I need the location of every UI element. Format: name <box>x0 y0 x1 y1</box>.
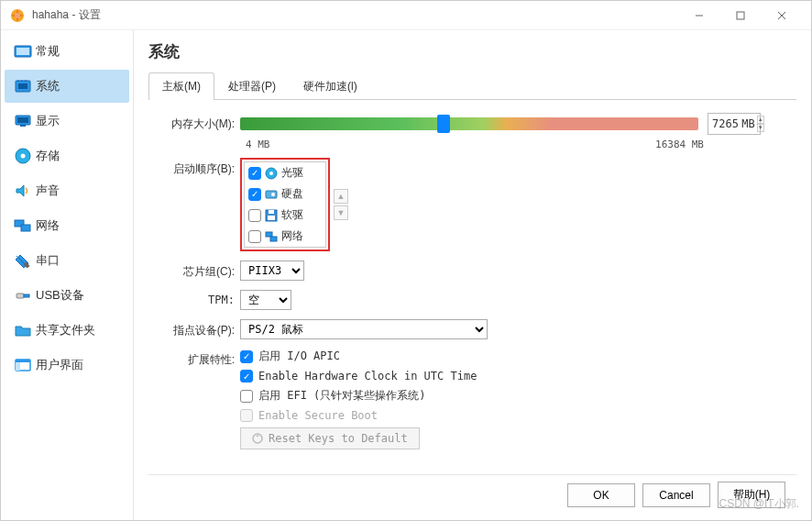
boot-check-hdd[interactable]: ✓ <box>248 188 261 201</box>
chipset-select[interactable]: PIIX3 <box>240 260 304 281</box>
chipset-label: 芯片组(C): <box>154 260 240 280</box>
sidebar-item-label: 系统 <box>36 78 60 94</box>
svg-rect-14 <box>17 117 28 123</box>
sidebar-item-usb[interactable]: USB设备 <box>5 279 129 312</box>
sidebar-item-display[interactable]: 显示 <box>5 105 129 138</box>
svg-rect-32 <box>268 216 275 220</box>
netboot-icon <box>265 230 278 243</box>
sidebar-item-storage[interactable]: 存储 <box>5 139 129 172</box>
display-icon <box>10 114 36 128</box>
svg-rect-19 <box>21 225 30 231</box>
sidebar-item-label: 存储 <box>36 148 60 164</box>
audio-icon <box>10 183 36 198</box>
page-title: 系统 <box>148 41 796 62</box>
memory-spinner[interactable]: ▲▼ <box>757 116 764 132</box>
svg-point-29 <box>271 193 275 196</box>
tab-processor[interactable]: 处理器(P) <box>214 72 290 100</box>
memory-scale-min: 4 MB <box>246 139 270 150</box>
svg-point-27 <box>269 172 273 175</box>
window-title: hahaha - 设置 <box>32 7 678 23</box>
sidebar-item-system[interactable]: 系统 <box>5 70 129 103</box>
ext-ioapic-check[interactable]: ✓ <box>240 350 253 363</box>
svg-rect-34 <box>270 237 277 241</box>
boot-move-down[interactable]: ▼ <box>334 205 348 220</box>
svg-rect-24 <box>16 360 30 362</box>
ext-secureboot-check <box>240 409 253 422</box>
tabs: 主板(M) 处理器(P) 硬件加速(l) <box>148 72 796 100</box>
sidebar-item-label: 网络 <box>36 217 60 234</box>
memory-input[interactable]: 7265 MB ▲▼ <box>708 113 761 135</box>
tpm-select[interactable]: 空 <box>240 290 291 310</box>
serial-icon <box>10 253 36 268</box>
svg-rect-31 <box>269 210 274 214</box>
pointing-select[interactable]: PS/2 鼠标 <box>240 319 488 339</box>
tab-acceleration[interactable]: 硬件加速(l) <box>290 72 371 100</box>
pointing-label: 指点设备(P): <box>154 319 240 338</box>
titlebar: hahaha - 设置 <box>1 1 811 30</box>
sidebar-item-label: 串口 <box>36 252 60 269</box>
boot-item-hdd[interactable]: ✓ 硬盘 <box>245 183 325 205</box>
svg-rect-33 <box>266 232 272 237</box>
ext-efi-label: 启用 EFI (只针对某些操作系统) <box>258 388 426 404</box>
memory-label: 内存大小(M): <box>154 113 240 132</box>
boot-highlight-box: ✓ 光驱 ✓ 硬盘 <box>240 158 330 251</box>
tab-motherboard[interactable]: 主板(M) <box>148 72 214 100</box>
boot-move-up[interactable]: ▲ <box>334 189 348 204</box>
ext-efi-check[interactable] <box>240 390 253 403</box>
boot-item-network[interactable]: 网络 <box>245 226 325 247</box>
boot-check-floppy[interactable] <box>248 209 261 222</box>
sidebar-item-label: 常规 <box>36 43 60 60</box>
optical-icon <box>265 167 278 180</box>
maximize-button[interactable] <box>719 2 761 29</box>
boot-label: 启动顺序(B): <box>154 158 240 177</box>
boot-item-label: 硬盘 <box>281 186 303 202</box>
sidebar-item-audio[interactable]: 声音 <box>5 174 129 207</box>
boot-item-label: 软驱 <box>281 207 303 223</box>
boot-item-label: 光驱 <box>281 165 303 181</box>
svg-rect-15 <box>20 125 26 127</box>
system-icon <box>10 79 36 94</box>
main-panel: 系统 主板(M) 处理器(P) 硬件加速(l) 内存大小(M): 7265 <box>134 30 811 520</box>
memory-slider-thumb[interactable] <box>437 115 450 133</box>
svg-rect-22 <box>24 294 29 297</box>
memory-value: 7265 <box>712 117 739 130</box>
sidebar-item-label: 声音 <box>36 183 60 199</box>
floppy-icon <box>265 209 278 222</box>
ext-utc-label: Enable Hardware Clock in UTC Time <box>258 370 477 382</box>
boot-item-floppy[interactable]: 软驱 <box>245 205 325 226</box>
dialog-footer: OK Cancel 帮助(H) <box>148 474 796 515</box>
ui-icon <box>10 358 36 372</box>
general-icon <box>10 44 36 59</box>
sidebar: 常规 系统 显示 存储 声音 网络 <box>1 30 134 520</box>
ok-button[interactable]: OK <box>567 483 635 507</box>
sidebar-item-network[interactable]: 网络 <box>5 209 129 242</box>
watermark: CSDN @IT小郭. <box>719 496 799 512</box>
sidebar-item-serial[interactable]: 串口 <box>5 244 129 277</box>
hdd-icon <box>265 188 278 201</box>
ext-label: 扩展特性: <box>154 349 240 368</box>
svg-rect-7 <box>16 48 29 55</box>
sidebar-item-general[interactable]: 常规 <box>5 35 129 68</box>
cancel-button[interactable]: Cancel <box>642 483 710 507</box>
ext-ioapic-label: 启用 I/O APIC <box>258 349 340 364</box>
minimize-button[interactable] <box>678 2 719 29</box>
boot-check-optical[interactable]: ✓ <box>248 167 261 180</box>
usb-icon <box>10 288 36 303</box>
ext-utc-check[interactable]: ✓ <box>240 370 253 382</box>
sidebar-item-label: USB设备 <box>36 287 84 304</box>
sidebar-item-ui[interactable]: 用户界面 <box>5 349 129 382</box>
boot-check-network[interactable] <box>248 230 261 243</box>
memory-slider[interactable] <box>240 117 698 130</box>
sidebar-item-label: 显示 <box>36 113 60 129</box>
memory-scale-max: 16384 MB <box>655 139 704 150</box>
close-button[interactable] <box>761 2 802 29</box>
svg-rect-21 <box>16 294 24 298</box>
svg-point-17 <box>21 154 26 159</box>
sidebar-item-shared[interactable]: 共享文件夹 <box>5 314 129 347</box>
memory-unit: MB <box>741 117 754 130</box>
boot-item-optical[interactable]: ✓ 光驱 <box>245 162 325 183</box>
ext-secureboot-label: Enable Secure Boot <box>258 409 378 422</box>
boot-order-list[interactable]: ✓ 光驱 ✓ 硬盘 <box>244 161 326 248</box>
settings-window: hahaha - 设置 常规 系统 显示 存储 <box>0 0 812 521</box>
svg-rect-3 <box>737 12 744 19</box>
